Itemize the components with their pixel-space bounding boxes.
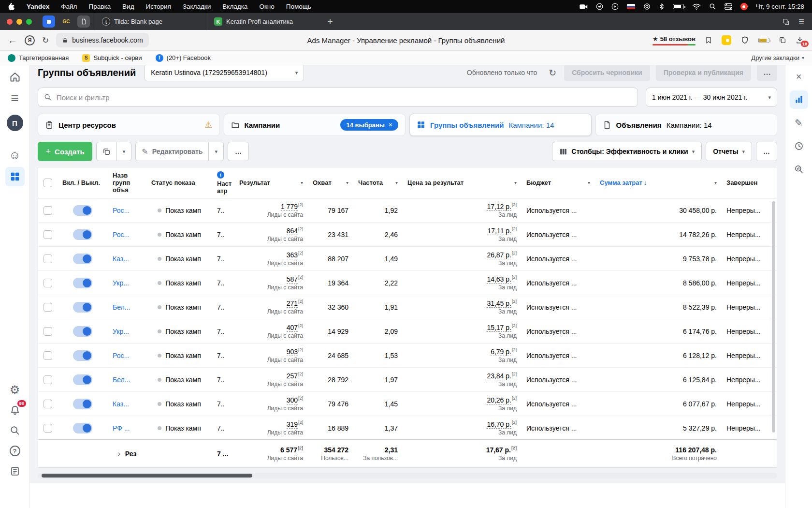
account-selector[interactable]: Keratin Ustinova (1729259653914801) ▾ <box>145 65 304 81</box>
adset-toggle[interactable] <box>73 254 92 264</box>
adset-toggle[interactable] <box>73 229 92 240</box>
adset-toggle[interactable] <box>73 350 92 361</box>
actions-more-button[interactable]: … <box>228 142 249 161</box>
menu-history[interactable]: История <box>146 3 171 10</box>
history-clock-icon[interactable] <box>790 137 808 155</box>
column-header-spent[interactable]: Сумма затрат↓▾ <box>595 167 722 198</box>
menu-edit[interactable]: Правка <box>88 3 111 10</box>
column-header-ends[interactable]: Завершен <box>722 167 777 198</box>
column-header-result[interactable]: Результат▾ <box>234 167 308 198</box>
tab-keratin[interactable]: K Keratin Profi аналитика <box>207 13 319 30</box>
adset-name-link[interactable]: Бел... <box>113 303 142 311</box>
column-header-reach[interactable]: Охват▾ <box>308 167 353 198</box>
menu-tab[interactable]: Вкладка <box>222 3 247 10</box>
battery-icon[interactable] <box>673 4 684 9</box>
search-input[interactable] <box>57 93 632 102</box>
header-more-button[interactable]: … <box>757 65 777 81</box>
tab-adsets[interactable]: Группы объявлений Кампании: 14 <box>409 114 592 136</box>
review-publish-button[interactable]: Проверка и публикация <box>656 65 751 81</box>
column-header-frequency[interactable]: Частота▾ <box>353 167 403 198</box>
create-button[interactable]: + Создать <box>38 142 92 161</box>
yandex-browser-icon[interactable] <box>740 3 748 10</box>
edit-panel-icon[interactable]: ✎ <box>790 114 808 132</box>
nav-menu-icon[interactable]: ≡ <box>5 89 25 108</box>
edit-options-caret[interactable]: ▾ <box>208 142 223 161</box>
row-checkbox[interactable] <box>44 254 52 263</box>
adset-toggle[interactable] <box>73 399 92 409</box>
row-checkbox[interactable] <box>44 279 52 287</box>
bookmark-facebook[interactable]: f (20+) Facebook <box>156 54 211 62</box>
column-header-toggle[interactable]: Вкл. / Выкл. <box>58 167 108 198</box>
column-header-budget[interactable]: Бюджет▾ <box>522 167 595 198</box>
window-minimize-button[interactable] <box>16 19 22 25</box>
url-bar[interactable]: business.facebook.com <box>56 33 148 47</box>
tab-campaigns[interactable]: Кампании 14 выбраны × <box>224 114 406 136</box>
apple-menu-icon[interactable] <box>8 2 15 11</box>
adset-name-link[interactable]: Рос... <box>113 352 142 359</box>
table-horizontal-scrollbar[interactable] <box>38 473 777 478</box>
clear-selection-icon[interactable]: × <box>389 121 392 129</box>
search-icon[interactable] <box>5 421 25 440</box>
ads-manager-grid-icon[interactable] <box>5 167 25 186</box>
video-camera-icon[interactable] <box>580 4 588 10</box>
row-checkbox[interactable] <box>44 351 52 360</box>
help-icon[interactable]: ? <box>5 441 25 461</box>
adset-toggle[interactable] <box>73 278 92 288</box>
smiley-icon[interactable]: ☺ <box>5 146 25 165</box>
adset-name-link[interactable]: РФ ... <box>113 424 142 432</box>
telegram-icon[interactable] <box>596 3 603 10</box>
column-header-name[interactable]: Назв групп объя <box>108 167 146 198</box>
column-header-cost[interactable]: Цена за результат▾ <box>403 167 522 198</box>
adset-toggle[interactable] <box>73 374 92 385</box>
adset-name-link[interactable]: Рос... <box>113 207 142 214</box>
tab-tilda[interactable]: t Tilda: Blank page <box>95 13 207 30</box>
refresh-icon[interactable]: ↻ <box>547 67 558 78</box>
adset-name-link[interactable]: Рос... <box>113 231 142 239</box>
sort-caret[interactable]: ▾ <box>714 180 717 185</box>
pinned-tab-active[interactable] <box>77 15 90 28</box>
new-tab-button[interactable]: + <box>324 15 336 28</box>
spotlight-search-icon[interactable] <box>709 3 716 10</box>
protect-shield-icon[interactable] <box>740 36 749 45</box>
bookmark-flag-icon[interactable] <box>705 36 712 44</box>
sort-caret[interactable]: ▾ <box>514 180 517 185</box>
info-icon[interactable]: i <box>217 171 224 179</box>
row-checkbox[interactable] <box>44 400 52 408</box>
row-checkbox[interactable] <box>44 375 52 384</box>
ru-flag-icon[interactable] <box>627 4 635 9</box>
adset-name-link[interactable]: Бел... <box>113 376 142 384</box>
sort-caret[interactable]: ▾ <box>301 180 303 185</box>
yandex-plus-icon[interactable] <box>722 35 731 45</box>
menu-file[interactable]: Файл <box>61 3 77 10</box>
other-bookmarks-button[interactable]: Другие закладки ▾ <box>751 54 804 61</box>
window-close-button[interactable] <box>7 19 13 25</box>
sort-caret[interactable]: ▾ <box>395 180 398 185</box>
wifi-icon[interactable] <box>692 3 701 10</box>
row-checkbox[interactable] <box>44 303 52 312</box>
billing-icon[interactable] <box>5 462 25 481</box>
tab-resource-center[interactable]: Центр ресурсов ⚠ <box>38 114 220 136</box>
profile-avatar[interactable]: П <box>7 115 23 131</box>
settings-gear-icon[interactable]: ⚙ <box>5 380 25 400</box>
select-all-checkbox[interactable] <box>44 179 52 187</box>
column-header-status[interactable]: Статус показа <box>146 167 212 198</box>
sort-caret[interactable]: ▾ <box>346 180 348 185</box>
date-range-selector[interactable]: 1 июн 2021 г. — 30 июн 2021 г. ▾ <box>646 88 777 107</box>
battery-saver-icon[interactable] <box>758 38 769 43</box>
yandex-search-icon[interactable]: Я <box>25 35 35 45</box>
control-center-icon[interactable] <box>725 3 732 10</box>
adset-toggle[interactable] <box>73 423 92 433</box>
window-zoom-button[interactable] <box>26 19 32 25</box>
menu-window[interactable]: Окно <box>259 3 274 10</box>
table-more-button[interactable]: … <box>756 142 777 161</box>
reload-button[interactable]: ↻ <box>42 35 49 45</box>
tab-panels-icon[interactable] <box>782 18 790 26</box>
adset-toggle[interactable] <box>73 302 92 313</box>
row-checkbox[interactable] <box>44 424 52 433</box>
adset-name-link[interactable]: Укр... <box>113 279 142 287</box>
adset-name-link[interactable]: Каз... <box>113 255 142 263</box>
adset-name-link[interactable]: Укр... <box>113 328 142 335</box>
back-button[interactable]: ← <box>8 35 17 46</box>
menu-bookmarks[interactable]: Закладки <box>183 3 211 10</box>
selected-count-pill[interactable]: 14 выбраны × <box>340 119 398 131</box>
